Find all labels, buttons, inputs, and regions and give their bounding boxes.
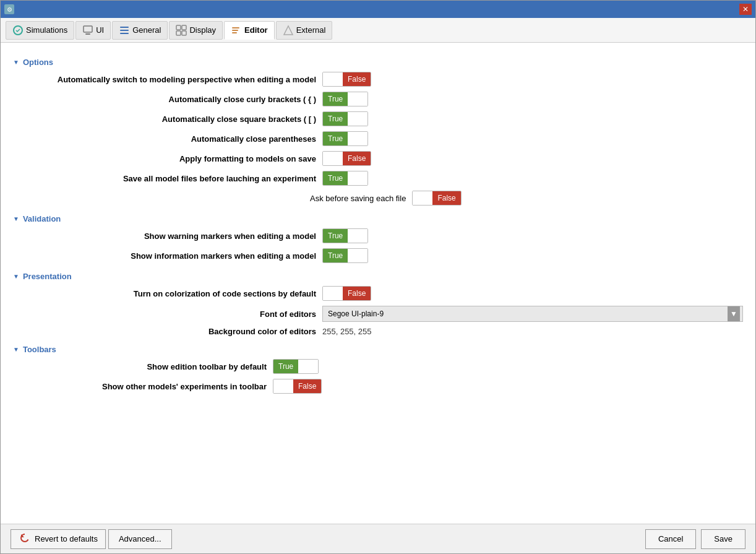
warning-markers-true-btn[interactable]: True — [323, 229, 348, 243]
tab-editor-label: Editor — [244, 25, 268, 35]
tab-simulations[interactable]: Simulations — [6, 21, 74, 40]
section-validation-header: ▼ Validation — [13, 214, 743, 223]
edition-toolbar-true-btn[interactable]: True — [273, 360, 298, 373]
svg-rect-11 — [232, 30, 238, 31]
font-dropdown[interactable]: Segoe UI-plain-9 ▼ — [322, 306, 743, 322]
save-button[interactable]: Save — [701, 529, 745, 549]
footer: Revert to defaults Advanced... Cancel Sa… — [1, 524, 755, 553]
revert-button[interactable]: Revert to defaults — [11, 529, 106, 549]
svg-rect-5 — [120, 33, 129, 34]
tab-external[interactable]: External — [276, 21, 333, 40]
auto-switch-toggle[interactable]: False — [322, 72, 371, 87]
auto-switch-label: Automatically switch to modeling perspec… — [25, 75, 322, 84]
validation-title: Validation — [23, 214, 61, 223]
general-icon — [119, 25, 130, 36]
tab-external-label: External — [296, 25, 326, 35]
main-window: ⚙ ✕ Simulations UI General Dis — [0, 0, 756, 554]
tab-editor[interactable]: Editor — [224, 21, 275, 40]
tab-ui[interactable]: UI — [75, 21, 111, 40]
auto-parens-false-empty — [348, 132, 367, 145]
ask-before-toggle[interactable]: False — [412, 191, 461, 206]
cancel-label: Cancel — [658, 534, 683, 543]
other-models-toggle[interactable]: False — [273, 379, 322, 394]
section-presentation-header: ▼ Presentation — [13, 272, 743, 281]
ask-before-true-empty — [413, 191, 432, 205]
apply-format-toggle[interactable]: False — [322, 151, 371, 166]
setting-font: Font of editors Segoe UI-plain-9 ▼ — [13, 306, 743, 322]
ask-before-false-btn[interactable]: False — [432, 191, 460, 205]
setting-auto-square: Automatically close square brackets ( [ … — [13, 111, 743, 126]
svg-rect-10 — [232, 27, 239, 28]
info-markers-toggle[interactable]: True — [322, 248, 368, 263]
footer-left: Revert to defaults Advanced... — [11, 529, 172, 549]
bg-color-label: Background color of editors — [25, 327, 322, 336]
setting-other-models: Show other models' experiments in toolba… — [13, 379, 743, 394]
tab-ui-label: UI — [96, 25, 104, 35]
close-button[interactable]: ✕ — [739, 4, 752, 15]
save-before-true-btn[interactable]: True — [323, 171, 348, 185]
revert-label: Revert to defaults — [35, 534, 98, 543]
font-dropdown-arrow[interactable]: ▼ — [728, 306, 740, 321]
auto-switch-true-empty — [323, 72, 343, 86]
auto-switch-false-btn[interactable]: False — [343, 72, 371, 86]
tab-general[interactable]: General — [112, 21, 168, 40]
bg-color-value: 255, 255, 255 — [322, 327, 372, 336]
save-before-label: Save all model files before lauching an … — [25, 174, 322, 183]
edition-toolbar-toggle[interactable]: True — [273, 359, 319, 374]
setting-colorization: Turn on colorization of code sections by… — [13, 286, 743, 301]
auto-square-true-btn[interactable]: True — [323, 112, 348, 126]
save-before-toggle[interactable]: True — [322, 171, 368, 186]
toolbars-chevron[interactable]: ▼ — [13, 346, 19, 353]
tab-display[interactable]: Display — [169, 21, 223, 40]
setting-bg-color: Background color of editors 255, 255, 25… — [13, 327, 743, 336]
presentation-chevron[interactable]: ▼ — [13, 273, 19, 280]
validation-chevron[interactable]: ▼ — [13, 215, 19, 222]
options-chevron[interactable]: ▼ — [13, 59, 19, 66]
editor-icon — [231, 25, 242, 36]
warning-markers-false-empty — [348, 229, 367, 243]
auto-parens-true-btn[interactable]: True — [323, 132, 348, 145]
colorization-toggle[interactable]: False — [322, 286, 371, 301]
auto-parens-toggle[interactable]: True — [322, 131, 368, 146]
info-markers-false-empty — [348, 249, 367, 262]
auto-square-label: Automatically close square brackets ( [ … — [25, 115, 322, 124]
setting-ask-before: Ask before saving each file False — [13, 191, 743, 206]
toolbars-title: Toolbars — [23, 345, 56, 354]
auto-curly-toggle[interactable]: True — [322, 92, 368, 106]
ui-icon — [82, 25, 93, 36]
svg-rect-12 — [232, 32, 237, 33]
colorization-false-btn[interactable]: False — [343, 287, 371, 300]
advanced-label: Advanced... — [119, 534, 161, 543]
svg-marker-13 — [284, 26, 293, 35]
save-before-false-empty — [348, 171, 367, 185]
setting-auto-switch: Automatically switch to modeling perspec… — [13, 72, 743, 87]
options-title: Options — [23, 58, 53, 67]
tab-bar: Simulations UI General Display Editor — [1, 18, 755, 43]
svg-rect-1 — [84, 26, 92, 32]
ask-before-label: Ask before saving each file — [310, 194, 412, 203]
setting-warning-markers: Show warning markers when editing a mode… — [13, 228, 743, 243]
warning-markers-toggle[interactable]: True — [322, 228, 368, 243]
auto-square-toggle[interactable]: True — [322, 111, 368, 126]
auto-parens-label: Automatically close parentheses — [25, 134, 322, 144]
window-icon: ⚙ — [4, 4, 14, 14]
presentation-title: Presentation — [23, 272, 72, 281]
setting-edition-toolbar: Show edition toolbar by default True — [13, 359, 743, 374]
svg-rect-4 — [120, 30, 129, 31]
external-icon — [283, 25, 294, 36]
apply-format-true-empty — [323, 152, 343, 165]
svg-rect-9 — [182, 31, 186, 35]
svg-rect-8 — [176, 31, 181, 35]
advanced-button[interactable]: Advanced... — [108, 529, 172, 549]
display-icon — [176, 25, 187, 36]
simulations-icon — [12, 25, 24, 36]
tab-simulations-label: Simulations — [26, 25, 67, 35]
other-models-label: Show other models' experiments in toolba… — [25, 382, 273, 391]
auto-curly-true-btn[interactable]: True — [323, 92, 348, 106]
other-models-false-btn[interactable]: False — [293, 379, 321, 393]
font-value: Segoe UI-plain-9 — [325, 309, 386, 318]
cancel-button[interactable]: Cancel — [645, 529, 696, 549]
section-toolbars-header: ▼ Toolbars — [13, 345, 743, 354]
info-markers-true-btn[interactable]: True — [323, 249, 348, 262]
apply-format-false-btn[interactable]: False — [343, 152, 371, 165]
